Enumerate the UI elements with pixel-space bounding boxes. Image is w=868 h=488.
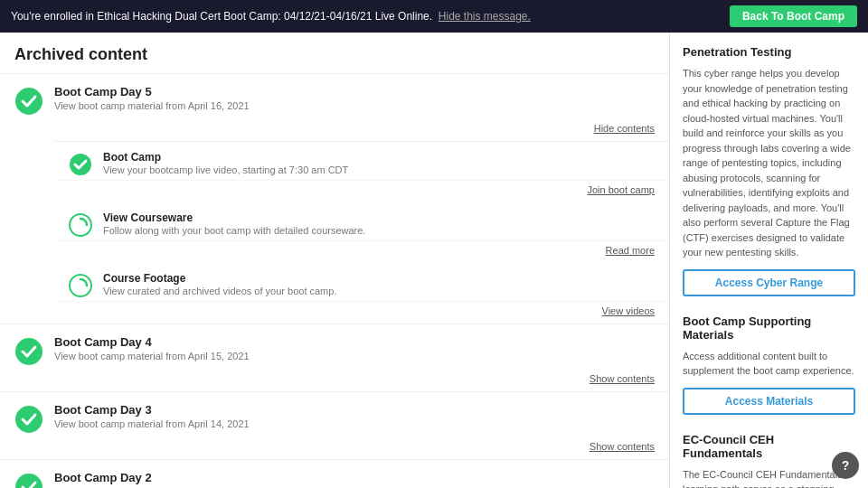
day3-icon <box>14 405 43 434</box>
main-layout: Archived content Boot Camp Day 5 View bo… <box>0 33 868 488</box>
bootcamp-subitem-icon <box>69 153 92 176</box>
courseware-subitem-icon <box>69 213 92 237</box>
svg-point-6 <box>15 474 42 488</box>
day5-subitems: Boot Camp View your bootcamp live video,… <box>54 141 669 324</box>
day2-info: Boot Camp Day 2 View boot camp material … <box>54 471 655 488</box>
day4-action-row: Show contents <box>0 370 669 391</box>
day3-title: Boot Camp Day 3 <box>54 403 655 417</box>
ceh-fundamentals-desc: The EC-Council CEH Fundamentals learning… <box>683 467 855 489</box>
day4-header: Boot Camp Day 4 View boot camp material … <box>0 324 669 370</box>
ceh-fundamentals-title: EC-Council CEH Fundamentals <box>683 433 855 460</box>
svg-point-4 <box>15 338 42 365</box>
svg-point-0 <box>15 88 42 115</box>
svg-point-5 <box>15 406 42 433</box>
banner-text: You're enrolled in Ethical Hacking Dual … <box>11 10 432 23</box>
left-content-area: Archived content Boot Camp Day 5 View bo… <box>0 33 669 488</box>
access-materials-button[interactable]: Access Materials <box>683 388 855 415</box>
supporting-materials-section: Boot Camp Supporting Materials Access ad… <box>683 314 855 415</box>
day3-action-row: Show contents <box>0 437 669 459</box>
day5-header: Boot Camp Day 5 View boot camp material … <box>0 74 669 119</box>
top-banner: You're enrolled in Ethical Hacking Dual … <box>0 0 868 33</box>
penetration-testing-section: Penetration Testing This cyber range hel… <box>683 45 855 296</box>
footage-subitem-subtitle: View curated and archived videos of your… <box>103 286 655 296</box>
bootcamp-subitem-info: Boot Camp View your bootcamp live video,… <box>103 151 655 175</box>
day3-info: Boot Camp Day 3 View boot camp material … <box>54 403 655 429</box>
footage-subitem-title: Course Footage <box>103 272 655 285</box>
footage-subitem-action-row: View videos <box>54 302 669 324</box>
page-title: Archived content <box>0 33 669 74</box>
bootcamp-subitem-title: Boot Camp <box>103 151 655 164</box>
bootcamp-subitem: Boot Camp View your bootcamp live video,… <box>54 142 669 181</box>
supporting-materials-title: Boot Camp Supporting Materials <box>683 314 855 342</box>
day4-subtitle: View boot camp material from April 15, 2… <box>54 351 655 361</box>
day5-hide-contents-link[interactable]: Hide contents <box>594 123 655 134</box>
day4-show-contents-link[interactable]: Show contents <box>590 373 655 384</box>
join-bootcamp-link[interactable]: Join boot camp <box>587 184 655 195</box>
day2-header: Boot Camp Day 2 View boot camp material … <box>0 460 669 488</box>
day4-section: Boot Camp Day 4 View boot camp material … <box>0 324 669 392</box>
day5-section: Boot Camp Day 5 View boot camp material … <box>0 74 669 324</box>
view-videos-link[interactable]: View videos <box>602 305 656 316</box>
courseware-subitem-subtitle: Follow along with your boot camp with de… <box>103 225 655 236</box>
help-button[interactable]: ? <box>832 452 859 479</box>
day4-icon <box>14 337 43 366</box>
day4-info: Boot Camp Day 4 View boot camp material … <box>54 335 655 361</box>
footage-subitem-info: Course Footage View curated and archived… <box>103 272 655 296</box>
day3-header: Boot Camp Day 3 View boot camp material … <box>0 392 669 437</box>
svg-point-3 <box>70 275 91 296</box>
supporting-materials-desc: Access additional content built to suppl… <box>683 349 855 379</box>
day5-subtitle: View boot camp material from April 16, 2… <box>54 100 655 111</box>
day5-icon <box>14 87 43 116</box>
penetration-testing-desc: This cyber range helps you develop your … <box>683 66 855 260</box>
footage-subitem-icon <box>69 274 92 297</box>
day3-section: Boot Camp Day 3 View boot camp material … <box>0 392 669 460</box>
day4-title: Boot Camp Day 4 <box>54 335 655 349</box>
right-sidebar: Penetration Testing This cyber range hel… <box>669 33 868 488</box>
day5-info: Boot Camp Day 5 View boot camp material … <box>54 85 655 111</box>
access-cyber-range-button[interactable]: Access Cyber Range <box>683 269 855 296</box>
day3-show-contents-link[interactable]: Show contents <box>590 441 655 452</box>
courseware-subitem-title: View Courseware <box>103 211 655 224</box>
read-more-link[interactable]: Read more <box>606 245 655 256</box>
day2-section: Boot Camp Day 2 View boot camp material … <box>0 460 669 488</box>
back-to-bootcamp-button[interactable]: Back To Boot Camp <box>730 5 857 27</box>
day5-action-row: Hide contents <box>0 119 669 141</box>
day5-title: Boot Camp Day 5 <box>54 85 655 99</box>
hide-message-link[interactable]: Hide this message. <box>439 10 531 23</box>
penetration-testing-title: Penetration Testing <box>683 45 855 59</box>
day2-title: Boot Camp Day 2 <box>54 471 655 484</box>
day3-subtitle: View boot camp material from April 14, 2… <box>54 418 655 429</box>
bootcamp-subitem-subtitle: View your bootcamp live video, starting … <box>103 164 655 175</box>
banner-message: You're enrolled in Ethical Hacking Dual … <box>11 10 531 23</box>
bootcamp-subitem-action-row: Join boot camp <box>54 181 669 202</box>
footage-subitem: Course Footage View curated and archived… <box>54 263 669 302</box>
ceh-fundamentals-section: EC-Council CEH Fundamentals The EC-Counc… <box>683 433 855 489</box>
day2-icon <box>14 473 43 488</box>
courseware-subitem-action-row: Read more <box>54 241 669 263</box>
svg-point-2 <box>70 214 91 236</box>
courseware-subitem: View Courseware Follow along with your b… <box>54 202 669 241</box>
courseware-subitem-info: View Courseware Follow along with your b… <box>103 211 655 236</box>
